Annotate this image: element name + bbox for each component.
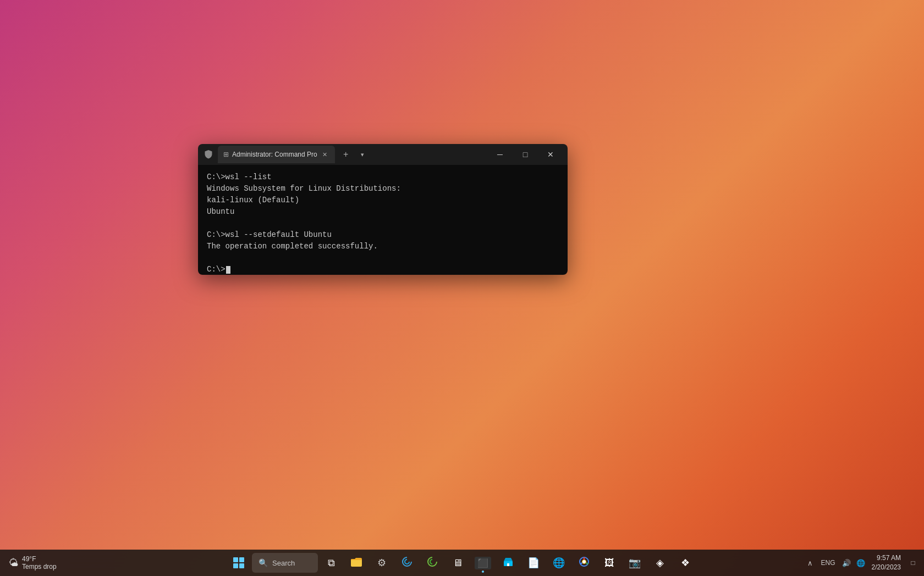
- tab-command-icon: ⊞: [223, 151, 229, 158]
- weather-icon: 🌤: [9, 557, 19, 569]
- gallery-icon: 🖼: [604, 557, 614, 569]
- window-controls: ─ □ ✕: [487, 146, 563, 163]
- terminal-line: C:\>wsl --list: [207, 171, 559, 183]
- clock-date: 2/20/2023: [872, 563, 901, 572]
- file-explorer-icon: [350, 556, 362, 570]
- browser-icon: 🌐: [553, 557, 565, 569]
- task-view-icon: ⧉: [328, 557, 335, 569]
- search-label: Search: [272, 559, 295, 567]
- notification-button[interactable]: □: [906, 552, 920, 574]
- terminal-line: Windows Subsystem for Linux Distribution…: [207, 183, 559, 195]
- maximize-button[interactable]: □: [513, 146, 538, 163]
- app2-icon: ◈: [656, 557, 664, 569]
- terminal-line: C:\>wsl --setdefault Ubuntu: [207, 229, 559, 241]
- shield-icon: [202, 148, 215, 160]
- app3-icon: ❖: [681, 557, 690, 569]
- settings-icon: ⚙: [377, 557, 386, 569]
- taskbar: 🌤 49°F Temps drop 🔍 Search ⧉: [0, 550, 924, 576]
- gallery-button[interactable]: 🖼: [597, 552, 622, 574]
- tray-expand-button[interactable]: ∧: [805, 557, 816, 568]
- edge-icon: [402, 556, 413, 570]
- terminal-tab[interactable]: ⊞ Administrator: Command Pro ✕: [218, 146, 335, 163]
- edge-dev-icon: [427, 556, 438, 570]
- taskbar-center: 🔍 Search ⧉ ⚙: [227, 552, 697, 574]
- close-button[interactable]: ✕: [538, 146, 563, 163]
- chevron-up-icon: ∧: [807, 559, 813, 567]
- edge-dev-button[interactable]: [420, 552, 444, 574]
- photo-icon: 📷: [629, 557, 641, 569]
- weather-widget[interactable]: 🌤 49°F Temps drop: [4, 553, 61, 573]
- clock-time: 9:57 AM: [877, 553, 901, 563]
- weather-desc: Temps drop: [22, 563, 57, 571]
- notepad-icon: 📄: [527, 557, 540, 569]
- remote-desktop-button[interactable]: 🖥: [446, 552, 470, 574]
- volume-icon: 🔊: [842, 559, 851, 567]
- tab-dropdown-button[interactable]: ▾: [356, 148, 369, 161]
- photo-button[interactable]: 📷: [623, 552, 647, 574]
- tab-close-button[interactable]: ✕: [321, 150, 329, 159]
- tab-title: Administrator: Command Pro: [232, 151, 317, 158]
- remote-desktop-icon: 🖥: [453, 557, 463, 569]
- terminal-cursor: [226, 266, 230, 274]
- app3-button[interactable]: ❖: [673, 552, 697, 574]
- terminal-taskbar-button[interactable]: ⬛: [471, 552, 495, 574]
- start-button[interactable]: [227, 552, 251, 574]
- weather-text: 49°F Temps drop: [22, 555, 57, 571]
- terminal-line: [207, 218, 559, 229]
- notification-icon: □: [911, 559, 915, 567]
- store-button[interactable]: [496, 552, 520, 574]
- taskbar-right: ∧ ENG 🔊 🌐 9:57 AM 2/20/2023 □: [805, 552, 920, 574]
- desktop: ⊞ Administrator: Command Pro ✕ + ▾ ─ □ ✕…: [0, 0, 924, 576]
- terminal-line: The operation completed successfully.: [207, 241, 559, 252]
- file-explorer-button[interactable]: [344, 552, 369, 574]
- svg-rect-0: [351, 559, 362, 567]
- terminal-window: ⊞ Administrator: Command Pro ✕ + ▾ ─ □ ✕…: [198, 144, 568, 275]
- edge-button[interactable]: [395, 552, 419, 574]
- settings-button[interactable]: ⚙: [370, 552, 394, 574]
- volume-button[interactable]: 🔊: [841, 557, 852, 568]
- new-tab-button[interactable]: +: [338, 147, 354, 162]
- language-indicator[interactable]: ENG: [819, 557, 838, 568]
- language-text: ENG: [821, 559, 835, 567]
- terminal-prompt: C:\>: [207, 264, 559, 275]
- browser-button[interactable]: 🌐: [547, 552, 571, 574]
- terminal-line: [207, 252, 559, 264]
- terminal-line: kali-linux (Default): [207, 195, 559, 206]
- terminal-titlebar: ⊞ Administrator: Command Pro ✕ + ▾ ─ □ ✕: [198, 144, 568, 165]
- chrome-button[interactable]: [572, 552, 596, 574]
- notepad-button[interactable]: 📄: [521, 552, 546, 574]
- terminal-icon: ⬛: [475, 557, 491, 569]
- store-icon: [503, 556, 514, 570]
- clock[interactable]: 9:57 AM 2/20/2023: [870, 553, 903, 572]
- network-icon: 🌐: [856, 559, 865, 567]
- svg-point-4: [582, 560, 586, 563]
- windows-logo-icon: [233, 557, 244, 568]
- chrome-icon: [579, 556, 590, 570]
- app2-button[interactable]: ◈: [648, 552, 672, 574]
- weather-temp: 49°F: [22, 555, 57, 563]
- task-view-button[interactable]: ⧉: [319, 552, 343, 574]
- svg-rect-2: [507, 563, 509, 566]
- search-button[interactable]: 🔍 Search: [252, 553, 318, 573]
- terminal-body[interactable]: C:\>wsl --list Windows Subsystem for Lin…: [198, 165, 568, 275]
- minimize-button[interactable]: ─: [487, 146, 513, 163]
- search-icon: 🔍: [258, 558, 268, 567]
- terminal-line: Ubuntu: [207, 206, 559, 218]
- network-button[interactable]: 🌐: [855, 557, 866, 568]
